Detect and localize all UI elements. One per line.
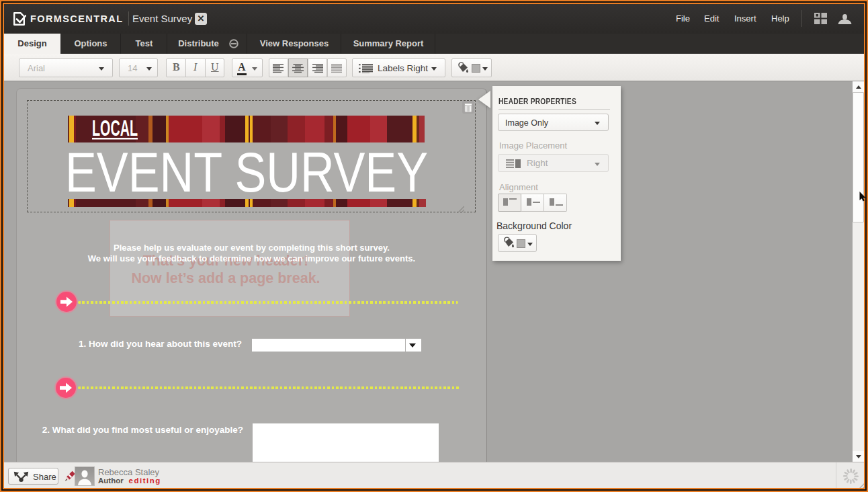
svg-text:LOCAL: LOCAL	[92, 116, 138, 140]
svg-text:EVENT SURVEY: EVENT SURVEY	[65, 143, 428, 197]
